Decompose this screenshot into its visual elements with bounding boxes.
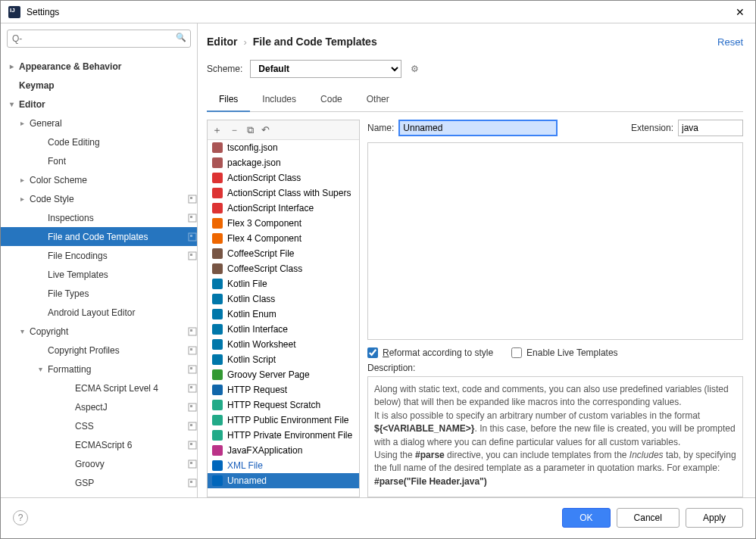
tree-item-code-style[interactable]: ▸Code Style xyxy=(1,189,197,208)
help-icon[interactable]: ? xyxy=(13,510,28,525)
arrow-icon: ▸ xyxy=(20,195,30,203)
tree-item-label: Code Editing xyxy=(48,137,197,148)
tab-files[interactable]: Files xyxy=(207,89,250,112)
project-icon xyxy=(188,422,197,431)
tab-code[interactable]: Code xyxy=(308,89,355,112)
enable-live-checkbox-input[interactable] xyxy=(511,347,522,358)
extension-label: Extension: xyxy=(631,123,673,133)
template-item[interactable]: ActionScript Class with Supers xyxy=(208,185,359,201)
file-icon xyxy=(212,445,223,456)
remove-icon[interactable]: － xyxy=(230,123,239,137)
search-input[interactable] xyxy=(7,30,191,48)
tree-item-copyright-profiles[interactable]: Copyright Profiles xyxy=(1,341,197,360)
template-item[interactable]: Flex 3 Component xyxy=(208,216,359,231)
undo-icon[interactable]: ↶ xyxy=(261,124,270,136)
template-item[interactable]: HTTP Public Environment File xyxy=(208,413,359,428)
tree-item-ecmascript-6[interactable]: ECMAScript 6 xyxy=(1,435,197,454)
tree-item-label: Font xyxy=(48,156,197,167)
tree-item-ecma-script-level-4[interactable]: ECMA Script Level 4 xyxy=(1,379,197,397)
tree-item-file-encodings[interactable]: File Encodings xyxy=(1,246,197,265)
template-item[interactable]: Kotlin Class xyxy=(208,291,359,307)
tree-item-inspections[interactable]: Inspections xyxy=(1,208,197,227)
file-icon xyxy=(212,385,223,395)
reset-link[interactable]: Reset xyxy=(717,36,743,48)
scheme-select[interactable]: Default xyxy=(250,60,401,78)
template-item-label: Kotlin Class xyxy=(227,294,275,304)
template-item[interactable]: ActionScript Class xyxy=(208,170,359,185)
cancel-button[interactable]: Cancel xyxy=(617,508,679,528)
sidebar: 🔍 ▸Appearance & BehaviorKeymap▾Editor▸Ge… xyxy=(1,23,198,497)
template-item[interactable]: CoffeeScript File xyxy=(208,246,359,261)
tree-item-live-templates[interactable]: Live Templates xyxy=(1,265,197,284)
template-list[interactable]: tsconfig.jsonpackage.jsonActionScript Cl… xyxy=(208,140,359,497)
add-icon[interactable]: ＋ xyxy=(212,123,222,137)
gear-icon[interactable]: ⚙ xyxy=(411,64,419,74)
template-item[interactable]: Kotlin Script xyxy=(208,352,359,367)
template-item[interactable]: Kotlin Worksheet xyxy=(208,337,359,352)
close-icon[interactable]: ✕ xyxy=(733,6,748,18)
tree-item-keymap[interactable]: Keymap xyxy=(1,76,197,95)
tree-item-android-layout-editor[interactable]: Android Layout Editor xyxy=(1,303,197,322)
tree-item-label: HTML xyxy=(75,497,188,498)
template-item[interactable]: JavaFXApplication xyxy=(208,443,359,458)
tree-item-css[interactable]: CSS xyxy=(1,416,197,435)
tree-item-formatting[interactable]: ▾Formatting xyxy=(1,360,197,379)
template-item[interactable]: Kotlin Interface xyxy=(208,322,359,337)
tree-item-label: Color Scheme xyxy=(30,175,197,185)
template-item[interactable]: Unnamed xyxy=(208,473,359,488)
project-icon xyxy=(188,384,197,393)
tree-item-general[interactable]: ▸General xyxy=(1,114,197,132)
tree-item-groovy[interactable]: Groovy xyxy=(1,454,197,473)
template-item[interactable]: Flex 4 Component xyxy=(208,231,359,246)
tree-item-color-scheme[interactable]: ▸Color Scheme xyxy=(1,170,197,189)
tab-includes[interactable]: Includes xyxy=(250,89,308,112)
ok-button[interactable]: OK xyxy=(562,508,610,528)
tree-item-file-and-code-templates[interactable]: File and Code Templates xyxy=(1,227,197,246)
tree-item-font[interactable]: Font xyxy=(1,151,197,170)
tree-item-html[interactable]: HTML xyxy=(1,492,197,497)
tree-item-copyright[interactable]: ▾Copyright xyxy=(1,322,197,341)
template-extension-input[interactable] xyxy=(678,120,743,136)
template-item[interactable]: ActionScript Interface xyxy=(208,201,359,216)
template-item-label: ActionScript Interface xyxy=(227,203,314,213)
reformat-checkbox[interactable]: Reformat according to style xyxy=(367,347,493,358)
template-item[interactable]: package.json xyxy=(208,155,359,170)
template-item-label: Groovy Server Page xyxy=(227,369,310,380)
svg-rect-23 xyxy=(190,462,192,464)
tree-item-appearance-behavior[interactable]: ▸Appearance & Behavior xyxy=(1,57,197,76)
template-item[interactable]: CoffeeScript Class xyxy=(208,261,359,276)
svg-rect-25 xyxy=(190,481,192,483)
template-item[interactable]: tsconfig.json xyxy=(208,140,359,155)
tree-item-label: Inspections xyxy=(48,213,188,223)
tree-item-editor[interactable]: ▾Editor xyxy=(1,95,197,114)
template-item-label: Flex 4 Component xyxy=(227,233,301,244)
content: Editor › File and Code Templates Reset S… xyxy=(198,23,755,497)
copy-icon[interactable]: ⧉ xyxy=(247,124,254,136)
settings-tree[interactable]: ▸Appearance & BehaviorKeymap▾Editor▸Gene… xyxy=(1,54,197,497)
tree-item-label: ECMAScript 6 xyxy=(75,440,188,450)
svg-rect-1 xyxy=(190,197,192,199)
template-editor[interactable] xyxy=(367,142,743,340)
file-icon xyxy=(212,203,223,213)
reformat-checkbox-input[interactable] xyxy=(367,347,378,358)
tab-other[interactable]: Other xyxy=(355,89,401,112)
template-item[interactable]: HTTP Private Environment File xyxy=(208,428,359,443)
template-item[interactable]: HTTP Request xyxy=(208,382,359,397)
template-item-label: JavaFXApplication xyxy=(227,445,302,456)
tree-item-code-editing[interactable]: Code Editing xyxy=(1,132,197,151)
tree-item-gsp[interactable]: GSP xyxy=(1,473,197,492)
crumb-editor[interactable]: Editor xyxy=(207,36,237,48)
template-item[interactable]: Kotlin Enum xyxy=(208,307,359,322)
scheme-label: Scheme: xyxy=(207,64,242,74)
template-name-input[interactable] xyxy=(398,120,558,136)
template-item[interactable]: Groovy Server Page xyxy=(208,367,359,382)
tree-item-aspectj[interactable]: AspectJ xyxy=(1,397,197,416)
enable-live-checkbox[interactable]: Enable Live Templates xyxy=(511,347,618,358)
tree-item-label: Groovy xyxy=(75,459,188,469)
svg-rect-11 xyxy=(190,348,192,351)
template-item[interactable]: Kotlin File xyxy=(208,276,359,291)
template-item[interactable]: HTTP Request Scratch xyxy=(208,397,359,413)
tree-item-file-types[interactable]: File Types xyxy=(1,284,197,303)
template-item[interactable]: XML File xyxy=(208,458,359,473)
apply-button[interactable]: Apply xyxy=(686,508,743,528)
